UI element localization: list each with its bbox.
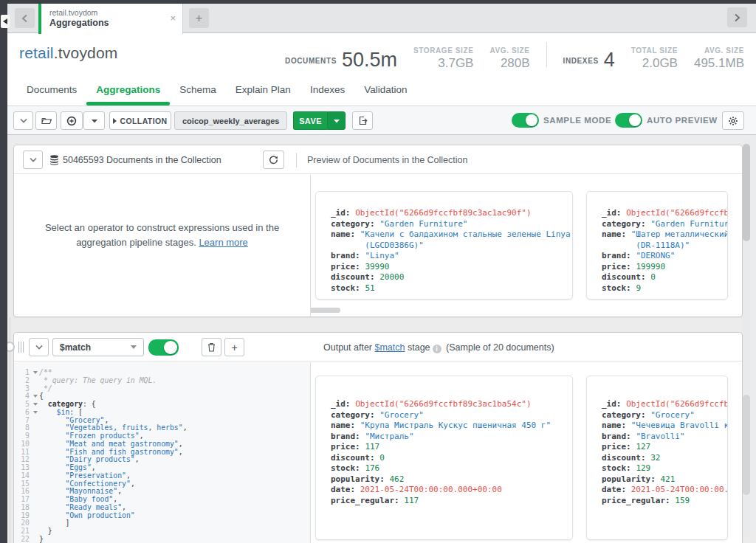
sample-mode-toggle[interactable]: [512, 113, 539, 128]
stage-enabled-toggle[interactable]: [148, 339, 179, 356]
document-field: brand: "DERONG": [602, 251, 727, 262]
pipeline-name-label[interactable]: coicop_weekly_averages: [174, 111, 287, 130]
document-field: category: "Garden Furniture": [602, 219, 727, 230]
line-number: 3: [14, 385, 32, 393]
fold-caret-icon[interactable]: [32, 392, 39, 401]
collection-tab[interactable]: retail.tvoydom Aggregations ×: [38, 4, 183, 34]
document-field: date: 2021-05-24T00:00:00.000+00:00: [331, 485, 572, 496]
sidebar-collapse-button[interactable]: [1, 15, 10, 28]
chevron-right-icon: [734, 13, 740, 22]
refresh-documents-button[interactable]: [263, 151, 284, 169]
vertical-scrollbar-track[interactable]: [743, 139, 750, 538]
sample-note: (Sample of 20 documents): [446, 342, 554, 353]
fold-caret-icon[interactable]: [32, 401, 39, 409]
compass-window: retail.tvoydom Aggregations × + retail.t…: [0, 0, 756, 543]
source-stage-collapse-button[interactable]: [23, 151, 43, 169]
save-dropdown-caret[interactable]: [327, 111, 346, 130]
stage-drag-handle[interactable]: [18, 342, 26, 353]
source-stage-title: 50465593 Documents in the Collection: [63, 155, 221, 165]
document-field: date: 2021-05-24T00:00:00.000+00:00: [602, 485, 727, 496]
collection-nav-tabs: DocumentsAggregationsSchemaExplain PlanI…: [7, 76, 756, 106]
fold-gutter: [32, 504, 39, 512]
add-stage-button[interactable]: +: [224, 338, 244, 356]
nav-tab-validation[interactable]: Validation: [354, 76, 416, 106]
collection-header: retail.tvoydom DOCUMENTS50.5mSTORAGE SIZ…: [7, 33, 756, 76]
tab-nav-prev-button[interactable]: [15, 8, 35, 28]
auto-preview-label: AUTO PREVIEW: [647, 116, 718, 125]
fold-gutter: [32, 440, 39, 449]
new-tab-button[interactable]: +: [189, 8, 209, 28]
stage-editor-panel: 1/**2 * query: The query in MQL.3 */4{5 …: [14, 362, 311, 543]
output-scrollbar-thumb[interactable]: [743, 395, 750, 495]
document-field: brand: "Bravolli": [602, 432, 727, 443]
nav-tab-documents[interactable]: Documents: [17, 76, 86, 106]
save-pipeline-icon-button[interactable]: [61, 111, 83, 130]
line-number: 5: [14, 401, 32, 409]
code-line: 22}: [14, 536, 310, 543]
caret-down-icon: [91, 119, 98, 123]
document-field: discount: 0: [331, 453, 572, 464]
document-field: discount: 0: [602, 272, 727, 283]
document-field: brand: "Мистраль": [331, 432, 572, 443]
namespace-title: retail.tvoydom: [19, 44, 118, 62]
stage-operator-select[interactable]: $match: [52, 338, 144, 356]
tab-close-icon[interactable]: ×: [170, 13, 176, 24]
stage-code-editor[interactable]: 1/**2 * query: The query in MQL.3 */4{5 …: [14, 362, 310, 543]
stat-value: 3.7GB: [438, 57, 473, 70]
collation-toggle-button[interactable]: COLLATION: [109, 111, 171, 130]
document-field: _id: ObjectId("6266d9fccfbf89c3ac1ba54c"…: [331, 399, 572, 410]
fold-gutter: [32, 488, 39, 496]
line-number: 1: [14, 369, 32, 377]
open-saved-pipelines-button[interactable]: [35, 111, 57, 130]
document-field: name: "Шатер металлический зеленый: [602, 229, 727, 241]
learn-more-link[interactable]: Learn more: [199, 237, 247, 248]
stat-storage-size: STORAGE SIZE3.7GB: [413, 46, 473, 70]
export-to-language-button[interactable]: [352, 111, 373, 130]
database-name: retail: [19, 44, 54, 61]
pipeline-settings-button[interactable]: [722, 111, 744, 130]
fold-gutter: [32, 480, 39, 488]
collapse-all-stages-button[interactable]: [13, 111, 33, 130]
horizontal-scrollbar-thumb[interactable]: [311, 308, 340, 313]
vertical-scrollbar-thumb[interactable]: [743, 144, 750, 241]
stat-label: STORAGE SIZE: [413, 46, 473, 55]
plus-circle-icon: [66, 116, 77, 126]
delete-stage-button[interactable]: [202, 338, 221, 356]
nav-tab-explain-plan[interactable]: Explain Plan: [226, 76, 300, 106]
collection-tab-namespace: retail.tvoydom: [49, 8, 97, 17]
nav-tab-schema[interactable]: Schema: [170, 76, 226, 106]
fold-caret-icon[interactable]: [32, 409, 39, 417]
document-field: price: 127: [602, 442, 727, 453]
document-field: name: "Чечевица Bravolli красная: [602, 421, 727, 432]
fold-gutter: [32, 432, 39, 440]
match-stage-link[interactable]: $match: [375, 342, 405, 353]
nav-tab-indexes[interactable]: Indexes: [300, 76, 354, 106]
fold-gutter: [32, 512, 39, 520]
match-output-title: Output after $match stagei (Sample of 20…: [323, 342, 554, 353]
tab-nav-next-button[interactable]: [727, 7, 747, 27]
save-options-caret-button[interactable]: [83, 111, 105, 130]
pipeline-builder-area: 50465593 Documents in the Collection Pre…: [7, 135, 756, 543]
stat-value: 4: [604, 49, 615, 70]
document-field: _id: ObjectId("6266d9fccfbf89c3ac1ac90f"…: [331, 208, 572, 219]
folder-open-icon: [41, 117, 52, 125]
code-text: * query: The query in MQL.: [39, 377, 157, 385]
save-button[interactable]: SAVE: [293, 111, 327, 130]
auto-preview-toggle[interactable]: [615, 113, 642, 128]
fold-caret-icon[interactable]: [32, 369, 39, 377]
document-field: discount: 20000: [331, 272, 572, 283]
match-stage-collapse-button[interactable]: [29, 338, 49, 356]
stat-documents: DOCUMENTS50.5m: [285, 49, 397, 70]
info-icon[interactable]: i: [433, 345, 441, 353]
fold-gutter: [32, 472, 39, 480]
document-field: stock: 9: [602, 283, 727, 294]
line-number: 7: [14, 417, 32, 425]
document-card: _id: ObjectId("6266d9fccfbf89c3ac1ba54c"…: [315, 376, 573, 540]
code-line: 2 * query: The query in MQL.: [14, 377, 310, 385]
fold-gutter: [32, 536, 39, 543]
gear-icon: [728, 116, 738, 126]
match-stage-card: $match + Output after $match stagei (Sam…: [13, 332, 743, 543]
source-preview-title: Preview of Documents in the Collection: [307, 155, 467, 165]
nav-tab-aggregations[interactable]: Aggregations: [86, 76, 170, 106]
document-field: category: "Grocery": [331, 410, 572, 421]
